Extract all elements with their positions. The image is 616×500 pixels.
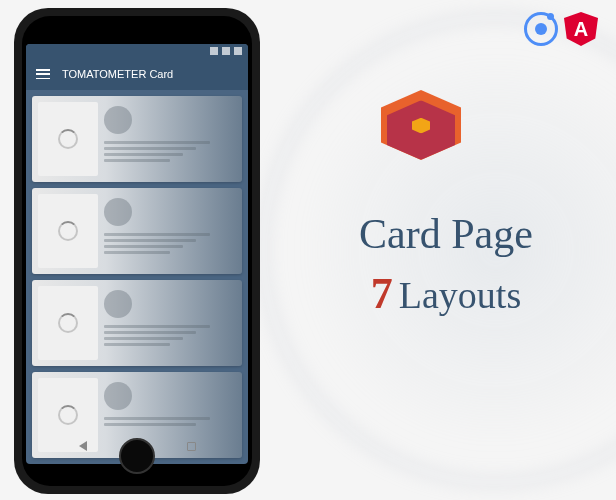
ionic-icon [524,12,558,46]
back-icon[interactable] [79,441,87,451]
list-item[interactable] [32,96,242,182]
hamburger-menu-icon[interactable] [36,69,50,79]
placeholder-line [104,233,210,236]
recents-icon[interactable] [187,442,196,451]
angular-letter: A [574,18,588,41]
angular-shield: A [564,12,598,46]
placeholder-line [104,325,210,328]
card-content [104,286,236,360]
card-thumbnail [38,286,98,360]
placeholder-line [104,331,196,334]
promo-text-block: Card Page 7Layouts [306,210,586,319]
loading-spinner-icon [58,313,78,333]
loading-spinner-icon [58,405,78,425]
angular-icon: A [564,12,598,46]
physical-home-button[interactable] [119,438,155,474]
placeholder-line [104,141,210,144]
placeholder-line [104,343,170,346]
signal-icon [222,47,230,55]
placeholder-line [104,417,210,420]
app-title: TOMATOMETER Card [62,68,173,80]
cards-list[interactable] [26,90,248,464]
promo-subtitle-row: 7Layouts [306,268,586,319]
battery-icon [234,47,242,55]
placeholder-line [104,159,170,162]
wifi-icon [210,47,218,55]
card-thumbnail [38,102,98,176]
app-header: TOMATOMETER Card [26,58,248,90]
card-content [104,194,236,268]
placeholder-avatar [104,382,132,410]
status-bar [26,44,248,58]
placeholder-line [104,251,170,254]
loading-spinner-icon [58,221,78,241]
placeholder-line [104,423,196,426]
placeholder-avatar [104,106,132,134]
phone-frame: TOMATOMETER Card [14,8,260,494]
promo-title: Card Page [306,210,586,258]
placeholder-line [104,337,183,340]
loading-spinner-icon [58,129,78,149]
placeholder-avatar [104,290,132,318]
card-thumbnail [38,194,98,268]
list-item[interactable] [32,280,242,366]
framework-icons: A [524,12,598,46]
list-item[interactable] [32,188,242,274]
promo-subtitle: Layouts [399,274,521,316]
phone-bezel: TOMATOMETER Card [22,16,252,486]
promo-count: 7 [371,269,393,318]
card-content [104,102,236,176]
placeholder-line [104,153,183,156]
placeholder-line [104,147,196,150]
phone-screen: TOMATOMETER Card [26,44,248,464]
placeholder-avatar [104,198,132,226]
placeholder-line [104,239,196,242]
placeholder-line [104,245,183,248]
hexagon-logo [381,90,461,170]
